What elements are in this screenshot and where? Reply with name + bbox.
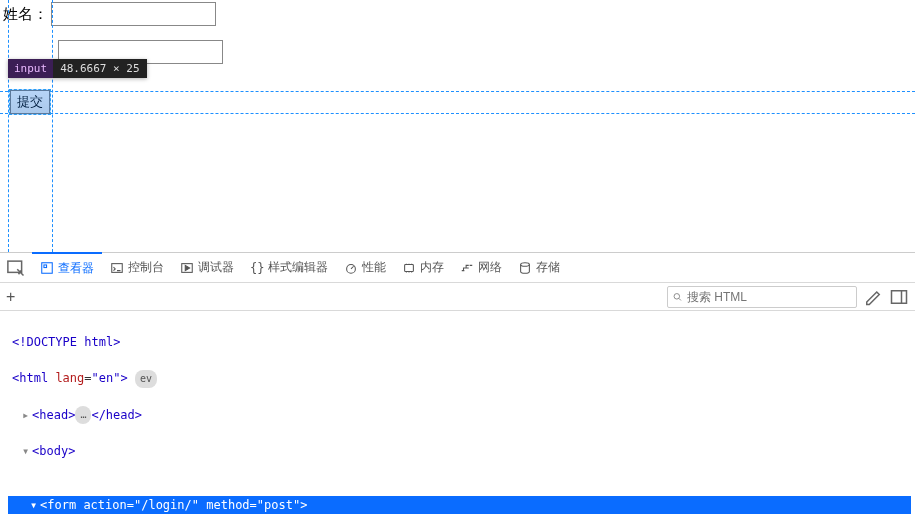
login-form: 姓名： 提交 [0,0,915,114]
tab-debugger[interactable]: 调试器 [172,253,242,283]
add-button[interactable]: + [6,288,26,306]
tab-style-editor[interactable]: {} 样式编辑器 [242,253,336,283]
devtools-panel: 查看器 控制台 调试器 {} 样式编辑器 性能 内存 网络 存储 [0,252,915,514]
tab-label: 存储 [536,259,560,276]
svg-point-7 [521,262,530,266]
submit-button[interactable]: 提交 [10,90,50,114]
tab-label: 调试器 [198,259,234,276]
html-search-input[interactable] [687,290,852,304]
tree-node[interactable]: ▸<head>…</head> [8,406,915,425]
panel-toggle-icon[interactable] [889,287,909,307]
dom-tree[interactable]: <!DOCTYPE html> <html lang="en"> ev ▸<he… [0,311,915,514]
tab-label: 内存 [420,259,444,276]
svg-rect-2 [44,265,47,268]
tab-inspector[interactable]: 查看器 [32,252,102,282]
svg-rect-6 [405,264,414,271]
name-input[interactable] [51,2,216,26]
tab-label: 网络 [478,259,502,276]
tab-label: 样式编辑器 [268,259,328,276]
dimension-tooltip-size: 48.6667 × 25 [53,59,146,78]
svg-rect-9 [892,290,907,303]
name-label: 姓名： [3,5,48,24]
html-search[interactable] [667,286,857,308]
pick-element-icon[interactable] [6,258,26,278]
search-icon [672,291,683,303]
rendered-page: 姓名： 提交 input 48.6667 × 25 [0,0,915,252]
tree-node[interactable]: ▾<body> [8,442,915,460]
tab-label: 查看器 [58,260,94,277]
tree-node[interactable]: <html lang="en"> ev [8,369,915,388]
tab-label: 控制台 [128,259,164,276]
tab-performance[interactable]: 性能 [336,253,394,283]
tab-console[interactable]: 控制台 [102,253,172,283]
tree-node[interactable]: <!DOCTYPE html> [8,333,915,351]
devtools-subbar: + [0,283,915,311]
tab-network[interactable]: 网络 [452,253,510,283]
edit-html-icon[interactable] [863,287,883,307]
braces-icon: {} [250,261,264,275]
tab-storage[interactable]: 存储 [510,253,568,283]
dimension-tooltip-tag: input [8,59,53,78]
dimension-tooltip: input 48.6667 × 25 [8,59,147,78]
svg-point-8 [674,293,680,299]
tab-label: 性能 [362,259,386,276]
tab-memory[interactable]: 内存 [394,253,452,283]
tree-node-form[interactable]: ▾<form action="/login/" method="post"> [8,496,911,514]
devtools-tabbar: 查看器 控制台 调试器 {} 样式编辑器 性能 内存 网络 存储 [0,253,915,283]
event-badge[interactable]: ev [135,370,157,388]
